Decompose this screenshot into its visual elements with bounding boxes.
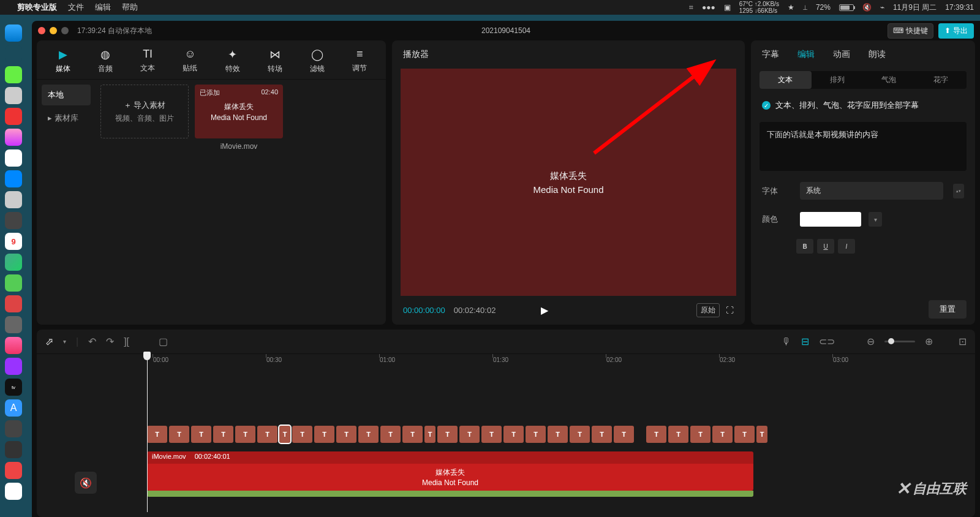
dock-app[interactable] — [5, 25, 22, 42]
tool-tab-audio[interactable]: ◍音频 — [88, 48, 123, 74]
subtitle-clip[interactable] — [646, 426, 666, 443]
menu-file[interactable]: 文件 — [68, 2, 84, 13]
timeline-tracks[interactable]: 🔇 iMovie.mov 00:02:40:01 媒体丢失 Media Not … — [37, 368, 975, 517]
dock-app[interactable] — [5, 191, 22, 208]
menu-edit[interactable]: 编辑 — [95, 2, 111, 13]
tool-tab-effect[interactable]: ✦特效 — [216, 48, 250, 74]
status-icon[interactable]: ▣ — [724, 3, 731, 12]
undo-button[interactable]: ↶ — [88, 336, 96, 347]
subtitle-clip[interactable] — [734, 426, 755, 443]
props-tab-edit[interactable]: 编辑 — [797, 49, 815, 60]
subtitle-clip[interactable] — [459, 426, 480, 443]
wifi-icon[interactable]: ⟂ — [803, 3, 807, 12]
menubar-date[interactable]: 11月9日 周二 — [893, 2, 937, 13]
dock-app[interactable] — [5, 483, 22, 500]
subtitle-clip[interactable] — [314, 426, 334, 443]
menu-help[interactable]: 帮助 — [122, 2, 138, 13]
track-mute-button[interactable]: 🔇 — [75, 472, 97, 494]
subtitle-clip[interactable] — [257, 426, 277, 443]
tool-tab-media[interactable]: ▶媒体 — [46, 48, 80, 74]
magnet-icon[interactable]: ⊟ — [801, 336, 809, 347]
playhead[interactable] — [147, 353, 148, 512]
dock-app[interactable]: 9 — [5, 233, 22, 250]
subtitle-clip[interactable] — [402, 426, 423, 443]
subtitle-clip[interactable] — [614, 426, 634, 443]
status-icon[interactable]: ⌗ — [689, 3, 693, 12]
app-name[interactable]: 剪映专业版 — [17, 2, 57, 13]
subtitle-clip[interactable] — [424, 426, 435, 443]
media-side-local[interactable]: 本地 — [42, 85, 91, 105]
checkbox-checked-icon[interactable]: ✓ — [762, 101, 771, 110]
dock-app[interactable] — [5, 274, 22, 292]
subtitle-clip[interactable] — [668, 426, 688, 443]
play-button[interactable]: ▶ — [541, 304, 548, 316]
menubar-time[interactable]: 17:39:31 — [945, 3, 974, 12]
minimize-icon[interactable] — [50, 27, 57, 34]
subtitle-clip[interactable] — [481, 426, 502, 443]
color-swatch[interactable] — [800, 212, 861, 227]
mute-icon[interactable]: 🔇 — [862, 3, 872, 12]
subtitle-clip[interactable] — [526, 426, 546, 443]
style-bold-button[interactable]: B — [796, 239, 813, 254]
close-icon[interactable] — [38, 27, 45, 34]
tool-tab-filter[interactable]: ◯滤镜 — [300, 48, 334, 74]
dock-app[interactable] — [5, 170, 22, 187]
cursor-tool[interactable]: ⬀ — [45, 336, 53, 347]
hotkeys-button[interactable]: ⌨ 快捷键 — [888, 23, 933, 39]
apply-all-row[interactable]: ✓ 文本、排列、气泡、花字应用到全部字幕 — [751, 94, 975, 117]
dock-app[interactable] — [5, 337, 22, 354]
subtab-arrange[interactable]: 排列 — [812, 71, 864, 89]
props-tab-subtitle[interactable]: 字幕 — [762, 49, 779, 60]
style-underline-button[interactable]: U — [817, 239, 834, 254]
crop-tool[interactable]: ▢ — [159, 336, 168, 347]
media-side-library[interactable]: ▸素材库 — [42, 108, 91, 129]
star-icon[interactable]: ★ — [788, 3, 794, 12]
export-button[interactable]: ⬆ 导出 — [938, 23, 974, 39]
video-track-clip[interactable]: iMovie.mov 00:02:40:01 媒体丢失 Media Not Fo… — [147, 451, 753, 491]
zoom-in-button[interactable]: ⊕ — [925, 336, 933, 347]
tool-tab-adjust[interactable]: ≡调节 — [342, 48, 377, 74]
status-icon[interactable]: ●●● — [702, 3, 715, 12]
style-italic-button[interactable]: I — [838, 239, 855, 254]
subtitle-clip[interactable] — [570, 426, 590, 443]
mic-icon[interactable]: 🎙 — [782, 336, 791, 347]
dock-app[interactable] — [5, 87, 22, 104]
subtitle-clip[interactable] — [169, 426, 189, 443]
fullscreen-icon[interactable]: ⛶ — [726, 306, 734, 315]
subtitle-clip[interactable] — [712, 426, 733, 443]
dock-app[interactable] — [5, 212, 22, 229]
media-clip[interactable]: 已添加 02:40 媒体丢失 Media Not Found iMovie.mo… — [195, 85, 283, 320]
props-tab-anim[interactable]: 动画 — [833, 49, 850, 60]
reset-button[interactable]: 重置 — [929, 300, 967, 319]
dock-app[interactable] — [5, 129, 22, 146]
preview-viewport[interactable]: 媒体丢失 Media Not Found — [401, 69, 736, 296]
subtitle-clip[interactable] — [437, 426, 458, 443]
dock-app[interactable]: A — [5, 399, 22, 417]
zoom-slider[interactable] — [884, 341, 915, 342]
subtitle-clip[interactable] — [235, 426, 255, 443]
dock-app[interactable]: tv — [5, 379, 22, 396]
tool-tab-sticker[interactable]: ☺贴纸 — [173, 48, 207, 74]
subtitle-clip[interactable] — [336, 426, 356, 443]
dock-app[interactable] — [5, 441, 22, 458]
subtitle-clip[interactable] — [503, 426, 524, 443]
maximize-icon[interactable] — [61, 27, 69, 34]
toggle-icon[interactable]: ⌁ — [880, 3, 884, 12]
subtab-text[interactable]: 文本 — [760, 71, 812, 89]
tool-tab-text[interactable]: TI文本 — [130, 48, 165, 74]
dock-app[interactable] — [5, 254, 22, 271]
aspect-ratio-button[interactable]: 原始 — [696, 303, 720, 317]
dock-app[interactable] — [5, 45, 22, 62]
dock-app[interactable] — [5, 462, 22, 479]
split-tool[interactable]: ][ — [124, 336, 129, 347]
subtab-huazi[interactable]: 花字 — [915, 71, 967, 89]
battery-icon[interactable] — [839, 4, 854, 11]
link-icon[interactable]: ⊂⊃ — [819, 336, 835, 347]
subtitle-clip[interactable] — [358, 426, 379, 443]
dock-app[interactable] — [5, 149, 22, 167]
dock-app[interactable] — [5, 108, 22, 125]
subtitle-clip[interactable] — [690, 426, 710, 443]
dock-app[interactable] — [5, 420, 22, 437]
zoom-out-button[interactable]: ⊖ — [867, 336, 875, 347]
redo-button[interactable]: ↷ — [106, 336, 114, 347]
